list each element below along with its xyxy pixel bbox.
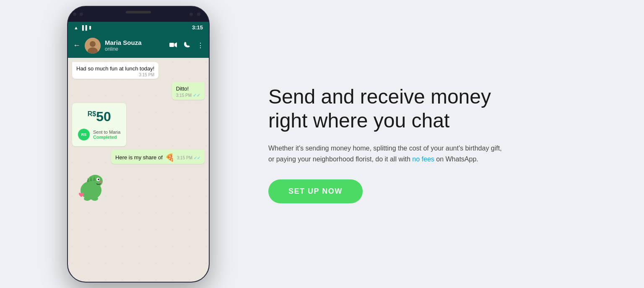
payment-amount: R$50 [78, 109, 120, 125]
page-container: ▲ ▐▐ ▮ 3:15 ← Maria Souza [0, 0, 644, 288]
svg-point-8 [98, 179, 99, 180]
payment-status: Completed [93, 135, 120, 140]
cellular-signal-icon: ▐▐ [80, 25, 87, 30]
svg-point-9 [99, 181, 102, 183]
contact-info: Maria Souza online [105, 39, 165, 52]
contact-status: online [105, 46, 165, 52]
phone-section: ▲ ▐▐ ▮ 3:15 ← Maria Souza [50, 6, 226, 283]
wifi-signal-icon: ▲ [74, 25, 78, 30]
battery-icon: ▮ [89, 25, 91, 30]
earpiece-icon [80, 13, 83, 16]
sent-message-1: Ditto! 3:15 PM ✓✓ [172, 82, 205, 100]
svg-marker-4 [174, 42, 177, 47]
payment-card: R$50 RS Sent to Maria Completed [72, 103, 126, 146]
sent-message-2: Here is my share of 🍕 3:15 PM ✓✓ [111, 150, 205, 164]
front-camera-icon [73, 13, 76, 16]
message-time: 3:15 PM [76, 73, 154, 77]
dino-sticker-image [72, 165, 110, 203]
currency-symbol: R$ [88, 110, 96, 117]
chat-area: Had so much fun at lunch today! 3:15 PM … [68, 58, 209, 282]
svg-rect-3 [169, 43, 174, 47]
status-time: 3:15 [192, 24, 203, 31]
status-icons: ▲ ▐▐ ▮ [74, 25, 91, 30]
svg-point-14 [84, 197, 91, 201]
payment-sent-to: RS Sent to Maria Completed [78, 129, 120, 140]
svg-point-1 [90, 41, 96, 47]
status-bar: ▲ ▐▐ ▮ 3:15 [68, 22, 209, 34]
back-button[interactable]: ← [73, 41, 80, 50]
received-message-1: Had so much fun at lunch today! 3:15 PM [72, 62, 158, 79]
content-section: Send and receive money right where you c… [226, 85, 528, 203]
front-camera2-icon [197, 13, 200, 16]
avatar-image [85, 38, 101, 54]
message-time: 3:15 PM ✓✓ [176, 93, 200, 98]
contact-avatar [85, 38, 101, 54]
main-heading: Send and receive money right where you c… [268, 85, 528, 133]
more-options-icon[interactable]: ⋮ [197, 42, 204, 49]
contact-name: Maria Souza [105, 39, 165, 46]
message-text: Ditto! [176, 86, 200, 92]
phone-speaker [126, 11, 151, 13]
phone-physical-top [68, 7, 209, 22]
pizza-emoji-icon: 🍕 [165, 153, 174, 162]
message-time: 3:15 PM ✓✓ [177, 156, 200, 160]
dino-sticker [72, 165, 110, 207]
payment-info: Sent to Maria Completed [93, 130, 120, 140]
phone-top-right-sensors [190, 13, 200, 16]
description-text-after: on WhatsApp. [434, 156, 478, 163]
setup-now-button[interactable]: SET UP NOW [268, 179, 363, 203]
sent-to-label: Sent to Maria [93, 130, 120, 135]
read-ticks: ✓✓ [193, 93, 200, 98]
sender-avatar: RS [78, 129, 90, 140]
chat-header: ← Maria Souza online [68, 34, 209, 58]
no-fees-link[interactable]: no fees [412, 156, 434, 163]
voice-call-icon[interactable] [184, 42, 190, 50]
read-ticks: ✓✓ [194, 156, 200, 160]
video-call-icon[interactable] [169, 42, 177, 49]
message-text: Had so much fun at lunch today! [76, 65, 154, 72]
message-text: Here is my share of [115, 154, 163, 161]
front-sensor-icon [190, 13, 193, 16]
phone-top-left-sensors [73, 13, 83, 16]
header-action-icons: ⋮ [169, 42, 204, 50]
svg-point-15 [91, 197, 98, 201]
phone-device: ▲ ▐▐ ▮ 3:15 ← Maria Souza [67, 6, 210, 283]
sub-description: Whether it's sending money home, splitti… [268, 143, 503, 164]
